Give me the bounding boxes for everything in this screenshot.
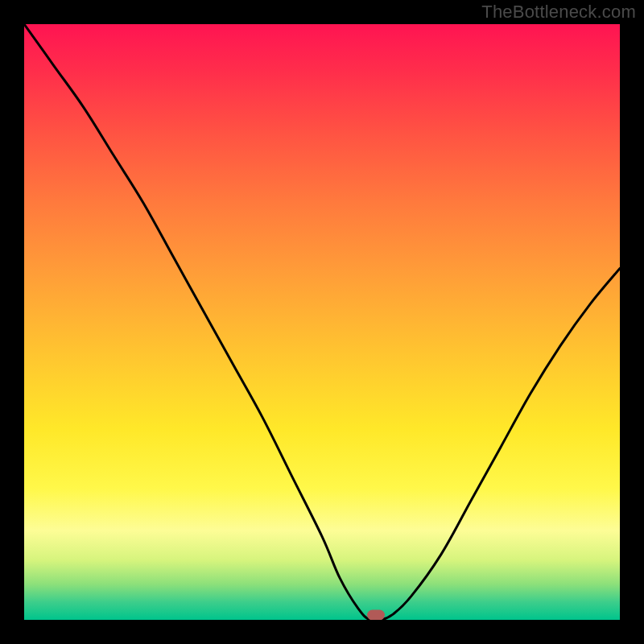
optimum-marker <box>367 610 385 621</box>
plot-area <box>24 24 620 620</box>
watermark-text: TheBottleneck.com <box>481 2 636 23</box>
bottleneck-curve <box>24 24 620 620</box>
curve-path <box>24 24 620 620</box>
chart-frame: TheBottleneck.com <box>0 0 644 644</box>
